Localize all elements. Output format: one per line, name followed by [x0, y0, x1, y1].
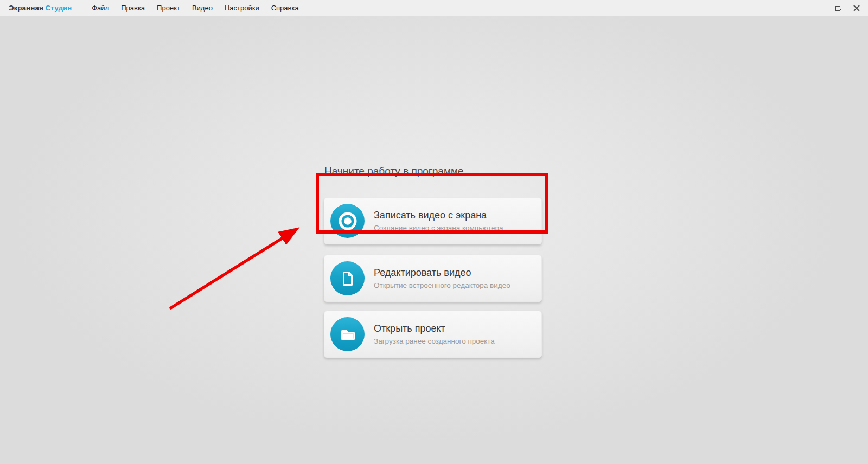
titlebar: Экранная Студия Файл Правка Проект Видео… — [0, 0, 868, 16]
minimize-icon — [817, 10, 823, 10]
menu-bar: Файл Правка Проект Видео Настройки Справ… — [86, 1, 304, 15]
app-logo-part1: Экранная — [9, 4, 43, 12]
window-controls — [815, 3, 861, 13]
close-icon — [853, 5, 860, 11]
restore-window-icon — [835, 5, 841, 11]
workspace: Начните работу в программе Записать виде… — [0, 16, 868, 464]
menu-item-edit[interactable]: Правка — [115, 1, 151, 15]
restore-window-button[interactable] — [833, 3, 843, 13]
edit-video-button[interactable]: Редактировать видео Открытие встроенного… — [324, 255, 542, 302]
record-screen-subtitle: Создание видео с экрана компьютера — [374, 224, 503, 232]
open-project-title: Открыть проект — [374, 323, 495, 334]
open-project-button[interactable]: Открыть проект Загрузка ранее созданного… — [324, 311, 542, 358]
menu-item-help[interactable]: Справка — [265, 1, 305, 15]
minimize-button[interactable] — [815, 3, 825, 13]
edit-video-subtitle: Открытие встроенного редактора видео — [374, 281, 510, 289]
record-screen-button[interactable]: Записать видео с экрана Создание видео с… — [324, 197, 542, 244]
menu-item-project[interactable]: Проект — [151, 1, 186, 15]
record-screen-title: Записать видео с экрана — [374, 210, 503, 221]
menu-item-file[interactable]: Файл — [86, 1, 115, 15]
page-title: Начните работу в программе — [324, 165, 464, 177]
record-icon — [330, 204, 365, 238]
close-button[interactable] — [852, 3, 861, 13]
menu-item-settings[interactable]: Настройки — [219, 1, 265, 15]
edit-video-title: Редактировать видео — [374, 267, 510, 279]
folder-icon — [330, 317, 365, 351]
app-logo: Экранная Студия — [9, 4, 72, 12]
document-icon — [330, 261, 365, 295]
menu-item-video[interactable]: Видео — [186, 1, 219, 15]
app-logo-part2: Студия — [46, 4, 72, 12]
open-project-subtitle: Загрузка ранее созданного проекта — [374, 337, 495, 345]
